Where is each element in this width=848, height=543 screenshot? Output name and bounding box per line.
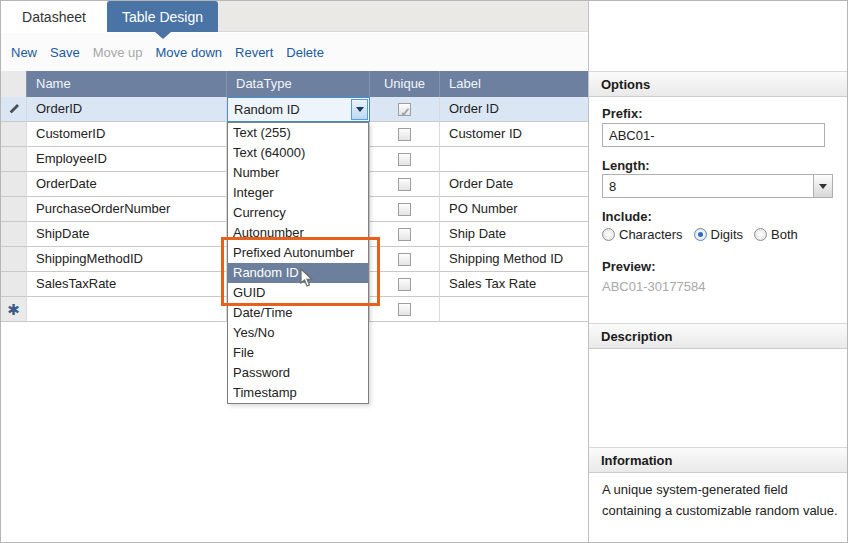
length-label: Length: — [602, 158, 650, 173]
move-down-button[interactable]: Move down — [156, 45, 222, 60]
field-label-cell[interactable]: Customer ID — [440, 122, 588, 147]
row-indicator — [1, 147, 27, 172]
unique-cell — [370, 147, 440, 172]
column-header-name: Name — [27, 71, 227, 97]
field-name-cell[interactable]: SalesTaxRate — [27, 272, 227, 297]
dropdown-option[interactable]: File — [228, 343, 368, 363]
row-indicator — [1, 272, 27, 297]
field-name-cell[interactable]: CustomerID — [27, 122, 227, 147]
new-button[interactable]: New — [11, 45, 37, 60]
row-indicator-column-header — [1, 71, 27, 97]
unique-cell — [370, 97, 440, 122]
dropdown-option[interactable]: Text (64000) — [228, 143, 368, 163]
datatype-combobox-value: Random ID — [228, 102, 351, 117]
unique-checkbox[interactable] — [398, 278, 411, 291]
options-panel: Options Prefix: Length: 8 Include: Chara… — [588, 1, 848, 543]
radio-characters[interactable]: Characters — [602, 227, 683, 242]
tab-table-design[interactable]: Table Design — [107, 1, 218, 32]
field-label-cell[interactable]: Order ID — [440, 97, 588, 122]
unique-cell — [370, 222, 440, 247]
unique-checkbox[interactable] — [398, 253, 411, 266]
unique-checkbox[interactable] — [398, 153, 411, 166]
radio-digits[interactable]: Digits — [694, 227, 744, 242]
length-select[interactable]: 8 — [602, 174, 833, 198]
move-up-button: Move up — [93, 45, 143, 60]
field-label-cell[interactable]: Order Date — [440, 172, 588, 197]
chevron-down-icon — [356, 107, 364, 112]
unique-checkbox[interactable] — [398, 103, 411, 116]
dropdown-option[interactable]: Number — [228, 163, 368, 183]
table-design-window: Datasheet Table Design New Save Move up … — [0, 0, 848, 543]
radio-both[interactable]: Both — [754, 227, 798, 242]
dropdown-option[interactable]: Timestamp — [228, 383, 368, 403]
field-name-cell[interactable] — [27, 297, 227, 322]
active-tab-pointer-icon — [155, 32, 171, 39]
dropdown-option-highlighted[interactable]: Random ID — [228, 263, 368, 283]
row-indicator — [1, 172, 27, 197]
unique-cell — [370, 272, 440, 297]
column-header-label: Label — [440, 71, 588, 97]
unique-cell — [370, 172, 440, 197]
field-name-cell[interactable]: ShippingMethodID — [27, 247, 227, 272]
dropdown-option[interactable]: Password — [228, 363, 368, 383]
field-name-cell[interactable]: ShipDate — [27, 222, 227, 247]
column-header-unique: Unique — [370, 71, 440, 97]
row-indicator — [1, 247, 27, 272]
description-section-header: Description — [589, 323, 848, 349]
field-name-cell[interactable]: OrderID — [27, 97, 227, 122]
unique-checkbox[interactable] — [398, 203, 411, 216]
combobox-dropdown-button[interactable] — [351, 99, 368, 120]
new-row-indicator: ✱ — [1, 297, 27, 322]
field-name-cell[interactable]: OrderDate — [27, 172, 227, 197]
information-content: A unique system-generated field containi… — [602, 479, 838, 521]
preview-value: ABC01-30177584 — [602, 279, 705, 294]
field-name-cell[interactable]: PurchaseOrderNumber — [27, 197, 227, 222]
information-section-header: Information — [589, 447, 848, 473]
pencil-icon — [7, 102, 21, 116]
unique-checkbox[interactable] — [398, 178, 411, 191]
field-label-cell[interactable]: Sales Tax Rate — [440, 272, 588, 297]
include-radio-group: Characters Digits Both — [602, 227, 798, 242]
unique-checkbox[interactable] — [398, 128, 411, 141]
dropdown-option[interactable]: Autonumber — [228, 223, 368, 243]
radio-icon — [754, 228, 767, 241]
include-label: Include: — [602, 209, 652, 224]
dropdown-option[interactable]: Yes/No — [228, 323, 368, 343]
radio-selected-icon — [694, 228, 707, 241]
save-button[interactable]: Save — [50, 45, 80, 60]
revert-button[interactable]: Revert — [235, 45, 273, 60]
field-name-cell[interactable]: EmployeeID — [27, 147, 227, 172]
delete-button[interactable]: Delete — [286, 45, 324, 60]
unique-cell — [370, 297, 440, 322]
tab-datasheet[interactable]: Datasheet — [1, 1, 107, 32]
dropdown-option[interactable]: Prefixed Autonumber — [228, 243, 368, 263]
select-dropdown-button[interactable] — [813, 175, 832, 197]
row-indicator — [1, 122, 27, 147]
datatype-combobox[interactable]: Random ID — [227, 97, 370, 122]
length-select-value: 8 — [603, 179, 813, 194]
field-label-cell[interactable] — [440, 297, 588, 322]
row-indicator — [1, 222, 27, 247]
row-indicator — [1, 197, 27, 222]
prefix-label: Prefix: — [602, 106, 642, 121]
radio-icon — [602, 228, 615, 241]
chevron-down-icon — [819, 184, 827, 189]
dropdown-option[interactable]: Date/Time — [228, 303, 368, 323]
field-label-cell[interactable] — [440, 147, 588, 172]
field-label-cell[interactable]: PO Number — [440, 197, 588, 222]
unique-cell — [370, 122, 440, 147]
options-section-header: Options — [589, 71, 848, 97]
dropdown-option[interactable]: GUID — [228, 283, 368, 303]
new-row-star-icon: ✱ — [7, 301, 20, 318]
prefix-input[interactable] — [602, 123, 825, 147]
unique-checkbox[interactable] — [398, 303, 411, 316]
unique-checkbox[interactable] — [398, 228, 411, 241]
field-label-cell[interactable]: Ship Date — [440, 222, 588, 247]
preview-label: Preview: — [602, 259, 655, 274]
unique-cell — [370, 247, 440, 272]
dropdown-option[interactable]: Currency — [228, 203, 368, 223]
dropdown-option[interactable]: Integer — [228, 183, 368, 203]
row-edit-indicator — [1, 97, 27, 122]
field-label-cell[interactable]: Shipping Method ID — [440, 247, 588, 272]
dropdown-option[interactable]: Text (255) — [228, 123, 368, 143]
